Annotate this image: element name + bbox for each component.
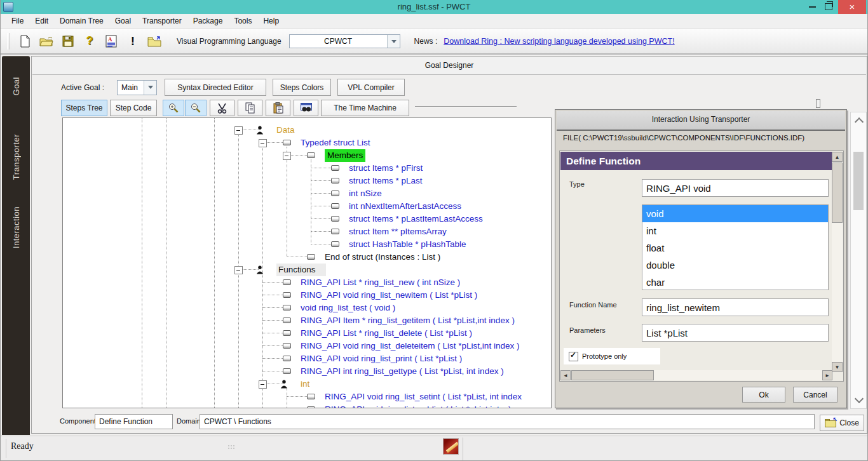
tree-node-label[interactable]: Members: [325, 149, 365, 162]
vscroll-thumb[interactable]: [832, 163, 843, 223]
font-editor-icon[interactable]: A: [103, 33, 119, 50]
menu-transporter[interactable]: Transporter: [137, 14, 187, 28]
tree-node-label[interactable]: End of struct (Instances : List ): [325, 251, 440, 264]
tree-node[interactable]: RING_API void ring_list_print ( List *pL…: [63, 352, 551, 365]
copy-button[interactable]: [238, 100, 262, 116]
close-button[interactable]: ×: [838, 0, 866, 14]
tree-zoom-slider-thumb[interactable]: [816, 99, 820, 108]
paste-button[interactable]: [266, 100, 290, 116]
tree-node[interactable]: RING_API void ring_list_setint ( List *p…: [63, 391, 551, 403]
parameters-input[interactable]: [642, 324, 829, 342]
scroll-down-icon[interactable]: [855, 394, 864, 403]
tree-node[interactable]: Members: [63, 149, 551, 162]
tree-expand-box[interactable]: [283, 152, 291, 160]
menu-goal[interactable]: Goal: [109, 14, 137, 28]
hscroll-thumb[interactable]: [571, 370, 654, 380]
tree-node[interactable]: struct Items * pFirst: [63, 162, 551, 175]
tree-node-label[interactable]: Data: [276, 124, 295, 137]
close-project-icon[interactable]: [146, 33, 163, 50]
run-icon[interactable]: !: [125, 33, 141, 50]
tree-node[interactable]: RING_API Item * ring_list_getitem ( List…: [63, 314, 551, 327]
tree-node-label[interactable]: struct Items * pLastItemLastAccess: [349, 213, 483, 225]
tree-node[interactable]: RING_API int ring_list_gettype ( List *p…: [63, 365, 551, 378]
tree-node-label[interactable]: Functions: [276, 264, 326, 276]
type-option-void[interactable]: void: [642, 205, 828, 222]
zoom-in-button[interactable]: [163, 100, 184, 116]
menu-file[interactable]: File: [6, 14, 29, 28]
tree-expand-box[interactable]: [259, 380, 267, 389]
tree-node[interactable]: struct Items * pLastItemLastAccess: [63, 213, 551, 225]
menu-package[interactable]: Package: [187, 14, 229, 28]
tree-node[interactable]: Typedef struct List: [63, 137, 551, 149]
cut-button[interactable]: [210, 100, 234, 116]
tree-node[interactable]: int: [63, 378, 551, 391]
vpl-combobox[interactable]: CPWCT: [289, 34, 400, 48]
minimize-button[interactable]: [809, 6, 816, 8]
tree-node-label[interactable]: struct HashTable * pHashTable: [349, 238, 466, 251]
dialog-hscrollbar[interactable]: ◄ ►: [560, 370, 832, 380]
prototype-only-checkbox[interactable]: [569, 352, 578, 361]
type-option-int[interactable]: int: [642, 222, 828, 239]
news-link[interactable]: Download Ring : New scripting language d…: [444, 37, 674, 46]
tree-node-label[interactable]: RING_API List * ring_list_new ( int nSiz…: [301, 276, 460, 289]
menu-help[interactable]: Help: [257, 14, 285, 28]
tree-node[interactable]: void ring_list_test ( void ): [63, 302, 551, 314]
tree-node[interactable]: RING_API void ring_list_newitem ( List *…: [63, 289, 551, 302]
menu-edit[interactable]: Edit: [29, 14, 54, 28]
vpl-compiler-button[interactable]: VPL Compiler: [337, 79, 405, 96]
tree-zoom-slider[interactable]: [415, 106, 517, 107]
dialog-vscrollbar[interactable]: ▲ ▼: [832, 152, 843, 372]
tree-node-label[interactable]: int nSize: [349, 187, 382, 200]
tree-node-label[interactable]: Typedef struct List: [301, 137, 370, 149]
tree-node-label[interactable]: struct Items * pFirst: [349, 162, 423, 175]
tree-node-label[interactable]: RING_API List * ring_list_delete ( List …: [301, 327, 472, 340]
cancel-button[interactable]: Cancel: [793, 387, 837, 403]
help-icon[interactable]: ?: [81, 33, 98, 50]
right-scrollbar[interactable]: [850, 112, 867, 409]
tree-node[interactable]: RING_API void ring_list_addint ( List *p…: [63, 403, 551, 408]
tree-node-label[interactable]: RING_API Item * ring_list_getitem ( List…: [301, 314, 515, 327]
tree-node[interactable]: RING_API List * ring_list_new ( int nSiz…: [63, 276, 551, 289]
type-input[interactable]: [642, 179, 829, 197]
ok-button[interactable]: Ok: [742, 387, 785, 403]
scroll-up-icon[interactable]: [855, 117, 864, 126]
new-file-icon[interactable]: [17, 33, 33, 50]
tree-node[interactable]: End of struct (Instances : List ): [63, 251, 551, 264]
tree-node[interactable]: struct Items * pLast: [63, 175, 551, 187]
tree-node-label[interactable]: struct Item ** pItemsArray: [349, 225, 447, 238]
active-goal-combobox[interactable]: Main: [117, 80, 157, 95]
steps-colors-button[interactable]: Steps Colors: [273, 79, 331, 96]
tree-node-label[interactable]: struct Items * pLast: [349, 175, 423, 187]
type-listbox[interactable]: voidintfloatdoublechar: [642, 204, 829, 290]
tree-node-label[interactable]: int nNextItemAfterLastAccess: [349, 200, 461, 213]
restore-button[interactable]: [825, 3, 832, 10]
find-replace-button[interactable]: [294, 100, 318, 116]
sidebar-tab-interaction[interactable]: Interaction: [2, 196, 30, 259]
tree-node[interactable]: Data: [63, 124, 551, 137]
tree-node[interactable]: int nSize: [63, 187, 551, 200]
syntax-directed-editor-button[interactable]: Syntax Directed Editor: [165, 79, 266, 96]
tree-node[interactable]: struct Item ** pItemsArray: [63, 225, 551, 238]
tree-node-label[interactable]: void ring_list_test ( void ): [301, 302, 395, 314]
vpl-combobox-arrow[interactable]: [387, 35, 400, 48]
tree-node-label[interactable]: RING_API void ring_list_deleteitem ( Lis…: [301, 340, 519, 352]
function-name-input[interactable]: [642, 298, 829, 316]
component-field[interactable]: Define Function: [95, 414, 173, 429]
right-scrollbar-thumb[interactable]: [853, 152, 864, 210]
type-option-float[interactable]: float: [642, 239, 828, 257]
steps-tree-panel[interactable]: DataTypedef struct ListMembersstruct Ite…: [62, 117, 552, 408]
tree-node-label[interactable]: RING_API int ring_list_gettype ( List *p…: [301, 365, 504, 378]
type-option-double[interactable]: double: [642, 257, 828, 274]
domain-field[interactable]: CPWCT \ Functions: [200, 414, 815, 429]
vscroll-down-icon[interactable]: ▼: [832, 362, 843, 372]
prototype-only-row[interactable]: Prototype only: [564, 348, 660, 364]
tree-expand-box[interactable]: [234, 266, 243, 274]
edit-mode-icon[interactable]: [443, 438, 459, 455]
tree-node[interactable]: struct HashTable * pHashTable: [63, 238, 551, 251]
tree-node-label[interactable]: RING_API void ring_list_addint ( List *p…: [325, 403, 511, 408]
save-icon[interactable]: [60, 33, 76, 50]
tree-expand-box[interactable]: [234, 126, 243, 135]
tab-step-code[interactable]: Step Code: [110, 100, 157, 116]
tree-node[interactable]: Functions: [63, 264, 551, 276]
menu-tools[interactable]: Tools: [228, 14, 257, 28]
